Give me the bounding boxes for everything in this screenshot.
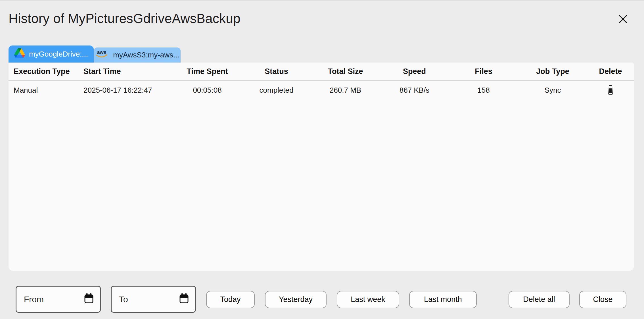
tab-label: myGoogleDrive:... <box>29 50 88 59</box>
table-row: Manual 2025-06-17 16:22:47 00:05:08 comp… <box>9 81 634 99</box>
column-header-time-spent: Time Spent <box>173 67 242 76</box>
cell-time-spent: 00:05:08 <box>173 86 242 95</box>
column-header-start-time: Start Time <box>83 67 173 76</box>
from-date-picker[interactable]: From <box>16 286 101 313</box>
cell-total-size: 260.7 MB <box>311 86 380 95</box>
column-header-files: Files <box>449 67 518 76</box>
tab-aws-s3[interactable]: aws myAwsS3:my-aws... <box>94 47 181 63</box>
aws-icon: aws <box>95 49 109 61</box>
column-header-delete: Delete <box>587 67 634 76</box>
delete-row-button[interactable] <box>606 85 615 96</box>
close-icon <box>617 13 629 26</box>
from-date-label: From <box>24 295 44 304</box>
tab-bar: myGoogleDrive:... aws myAwsS3:my-aws... <box>9 45 181 63</box>
tab-label: myAwsS3:my-aws... <box>113 51 179 59</box>
close-button[interactable] <box>617 13 629 26</box>
today-button[interactable]: Today <box>206 291 255 308</box>
yesterday-button[interactable]: Yesterday <box>265 291 327 308</box>
tab-google-drive[interactable]: myGoogleDrive:... <box>9 45 94 63</box>
trash-icon <box>606 85 615 96</box>
column-header-job-type: Job Type <box>518 67 587 76</box>
close-dialog-button[interactable]: Close <box>579 291 626 308</box>
history-dialog: History of MyPicturesGdriveAwsBackup myG… <box>0 0 644 319</box>
page-title: History of MyPicturesGdriveAwsBackup <box>9 11 241 26</box>
svg-text:aws: aws <box>97 49 106 55</box>
column-header-total-size: Total Size <box>311 67 380 76</box>
cell-start-time: 2025-06-17 16:22:47 <box>83 86 173 95</box>
history-table-panel: Execution Type Start Time Time Spent Sta… <box>9 63 634 271</box>
cell-speed: 867 KB/s <box>380 86 449 95</box>
table-header-row: Execution Type Start Time Time Spent Sta… <box>9 63 634 81</box>
column-header-speed: Speed <box>380 67 449 76</box>
cell-execution-type: Manual <box>9 86 83 95</box>
calendar-icon <box>84 293 94 306</box>
delete-all-button[interactable]: Delete all <box>509 291 570 308</box>
cell-job-type: Sync <box>518 86 587 95</box>
calendar-icon <box>179 293 189 306</box>
cell-files: 158 <box>449 86 518 95</box>
to-date-picker[interactable]: To <box>111 286 196 313</box>
column-header-status: Status <box>242 67 311 76</box>
column-header-execution-type: Execution Type <box>9 67 83 76</box>
to-date-label: To <box>119 295 128 304</box>
cell-status: completed <box>242 86 311 95</box>
last-week-button[interactable]: Last week <box>337 291 399 308</box>
google-drive-icon <box>14 48 25 60</box>
last-month-button[interactable]: Last month <box>409 291 477 308</box>
